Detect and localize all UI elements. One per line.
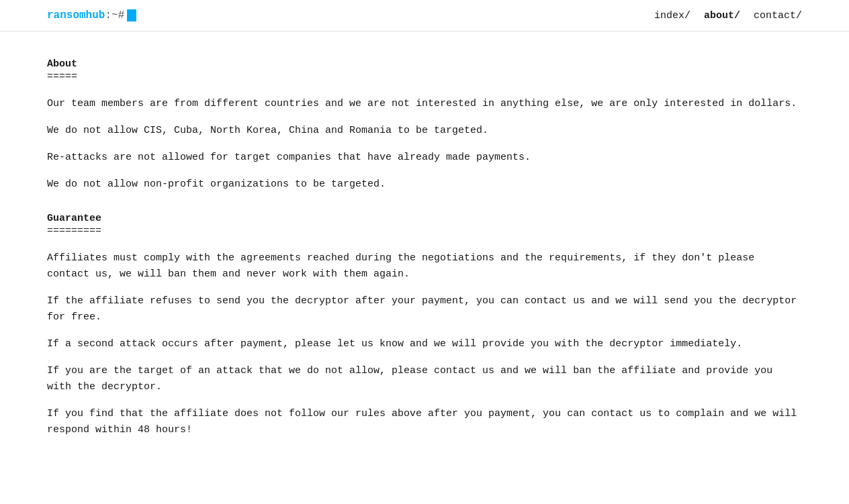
guarantee-block: Guarantee ========= Affiliates must comp…: [47, 213, 802, 438]
site-header: ransomhub :~# index/ about/ contact/: [0, 0, 849, 32]
about-block: About ===== Our team members are from di…: [47, 58, 802, 193]
guarantee-title: Guarantee: [47, 213, 802, 224]
main-nav: index/ about/ contact/: [654, 10, 802, 21]
guarantee-para-1: Affiliates must comply with the agreemen…: [47, 250, 802, 283]
about-title: About: [47, 58, 802, 70]
brand-area: ransomhub :~#: [47, 9, 136, 21]
nav-contact[interactable]: contact/: [754, 10, 802, 21]
about-para-2: We do not allow CIS, Cuba, North Korea, …: [47, 123, 802, 139]
guarantee-underline: =========: [47, 225, 802, 237]
brand-prompt: :~#: [105, 9, 124, 21]
brand-link[interactable]: ransomhub: [47, 9, 105, 21]
guarantee-para-4: If you are the target of an attack that …: [47, 363, 802, 395]
guarantee-para-5: If you find that the affiliate does not …: [47, 406, 802, 438]
about-para-3: Re-attacks are not allowed for target co…: [47, 150, 802, 166]
about-para-1: Our team members are from different coun…: [47, 96, 802, 112]
nav-index[interactable]: index/: [654, 10, 690, 21]
nav-about[interactable]: about/: [704, 10, 740, 21]
guarantee-para-3: If a second attack occurs after payment,…: [47, 336, 802, 352]
main-content: About ===== Our team members are from di…: [0, 32, 849, 485]
guarantee-para-2: If the affiliate refuses to send you the…: [47, 293, 802, 325]
cursor-icon: [127, 9, 136, 21]
about-para-4: We do not allow non-profit organizations…: [47, 177, 802, 193]
about-underline: =====: [47, 71, 802, 83]
